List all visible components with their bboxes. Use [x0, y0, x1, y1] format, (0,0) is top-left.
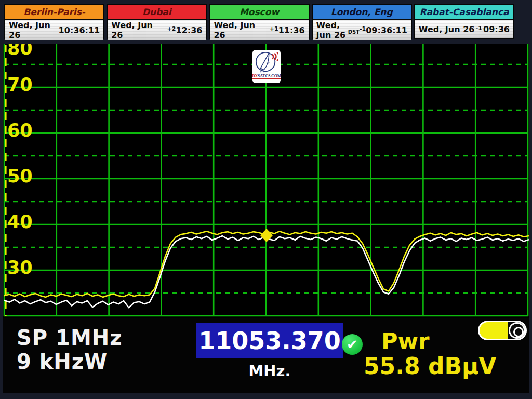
span-value: SP 1MHz: [17, 326, 122, 350]
bandwidth-value: 9 kHzW: [17, 350, 122, 374]
clock-time-row: Wed, Jun 26 +1 11:36: [210, 20, 308, 40]
clock-tz-offset: -1: [476, 25, 482, 34]
clock-time: 12:36: [176, 25, 202, 35]
clock-city-label: Moscow: [210, 5, 308, 20]
clock-tz-offset: DST-1: [348, 25, 366, 35]
svg-text:50: 50: [7, 166, 33, 187]
satellite-dish-icon: [255, 51, 278, 74]
spectrum-display: 807060504030 DXSATCS.COM: [3, 44, 529, 318]
readout-bar: SP 1MHz 9 kHzW 11053.370 MHz. ✔ Pwr 55.8…: [3, 318, 529, 393]
svg-text:70: 70: [7, 74, 33, 95]
frequency-unit-label: MHz.: [196, 362, 343, 380]
clock-london: London, Eng Wed, Jun 26 DST-1 09:36:11: [312, 4, 412, 39]
power-label: Pwr: [381, 328, 429, 354]
clock-city-label: Dubai: [108, 5, 206, 20]
clock-time-row: Wed, Jun 26 -1 09:36: [415, 20, 513, 38]
clock-time: 10:36:11: [59, 25, 100, 35]
svg-text:30: 30: [7, 257, 33, 278]
power-value: 55.8 dBµV: [364, 353, 496, 379]
logo-text: DXSATCS.COM: [252, 74, 281, 79]
world-clock-bar: Berlin-Paris-Vienna-Roma Wed, Jun 26 10:…: [4, 4, 514, 39]
clock-city-label: Rabat-Casablanca: [415, 5, 513, 20]
clock-berlin: Berlin-Paris-Vienna-Roma Wed, Jun 26 10:…: [4, 4, 104, 39]
clock-time: 09:36:11: [366, 25, 407, 35]
clock-tz-offset: +1: [270, 25, 278, 35]
clock-city-label: London, Eng: [313, 5, 411, 20]
clock-time-row: Wed, Jun 26 10:36:11: [5, 20, 103, 40]
spectrum-plot: 807060504030: [3, 44, 529, 318]
toggle-switch[interactable]: [478, 321, 527, 340]
toggle-knob-icon[interactable]: [509, 322, 525, 339]
satellite-meter-screen: Berlin-Paris-Vienna-Roma Wed, Jun 26 10:…: [0, 0, 532, 399]
lock-check-icon: ✔: [342, 334, 363, 355]
clock-rabat: Rabat-Casablanca Wed, Jun 26 -1 09:36: [414, 4, 514, 39]
clock-time-row: Wed, Jun 26 +2 12:36: [108, 20, 206, 40]
clock-tz-offset: +2: [167, 25, 176, 35]
clock-date: Wed, Jun 26: [214, 20, 269, 40]
clock-time-row: Wed, Jun 26 DST-1 09:36:11: [313, 20, 411, 40]
clock-date: Wed, Jun 26: [9, 20, 59, 40]
svg-text:40: 40: [7, 211, 33, 232]
clock-dubai: Dubai Wed, Jun 26 +2 12:36: [107, 4, 207, 39]
clock-date: Wed, Jun 26: [419, 24, 475, 34]
span-bandwidth-readout: SP 1MHz 9 kHzW: [17, 326, 122, 374]
clock-city-label: Berlin-Paris-Vienna-Roma: [5, 5, 103, 20]
svg-text:80: 80: [7, 44, 33, 59]
svg-text:60: 60: [7, 120, 33, 141]
clock-time: 11:36: [278, 25, 305, 35]
clock-date: Wed, Jun 26: [316, 20, 348, 40]
clock-date: Wed, Jun 26: [111, 20, 167, 40]
clock-time: 09:36: [483, 24, 510, 34]
clock-moscow: Moscow Wed, Jun 26 +1 11:36: [209, 4, 309, 39]
frequency-display[interactable]: 11053.370: [196, 323, 343, 358]
dxsatcs-logo: DXSATCS.COM: [252, 50, 281, 83]
